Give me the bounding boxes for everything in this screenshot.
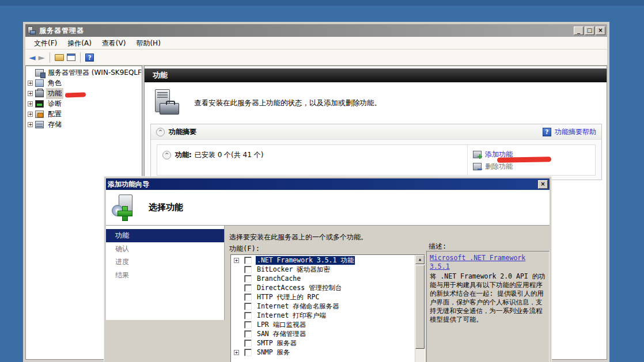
feature-label: DirectAccess 管理控制台: [256, 284, 343, 292]
feature-row[interactable]: BitLocker 驱动器加密: [231, 265, 415, 274]
toolbar-separator: [50, 52, 50, 63]
configuration-icon: [35, 110, 44, 118]
expand-icon[interactable]: +: [28, 122, 33, 127]
expand-icon[interactable]: +: [28, 91, 33, 96]
feature-checkbox[interactable]: [244, 257, 252, 264]
server-manager-icon: [27, 26, 36, 35]
annotation-red-underline-add-features: [497, 157, 551, 163]
dialog-title: 添加功能向导: [108, 180, 537, 189]
add-features-icon: [473, 151, 482, 158]
tree-item-label: 功能: [46, 88, 63, 99]
feature-row[interactable]: BranchCache: [231, 274, 415, 283]
menu-action[interactable]: 操作(A): [62, 37, 97, 49]
feature-checkbox[interactable]: [244, 321, 252, 329]
wizard-step-confirmation[interactable]: 确认: [106, 242, 224, 256]
menu-help[interactable]: 帮助(H): [131, 37, 165, 49]
console-window-icon[interactable]: [67, 54, 75, 61]
feature-row[interactable]: LPR 端口监视器: [231, 320, 415, 329]
collapse-icon[interactable]: ^: [156, 128, 165, 136]
feature-row[interactable]: Internet 打印客户端: [231, 311, 415, 320]
menu-bar: 文件(F) 操作(A) 查看(V) 帮助(H): [25, 37, 607, 49]
dialog-titlebar[interactable]: 添加功能向导 ×: [106, 178, 550, 190]
features-installed-count: 已安装 0 个(共 41 个): [195, 150, 264, 160]
feature-checkbox[interactable]: [244, 349, 252, 356]
titlebar[interactable]: 服务器管理器 _ □ ×: [25, 24, 607, 37]
back-icon[interactable]: ◄: [29, 52, 36, 63]
show-console-tree-icon[interactable]: [55, 54, 64, 61]
feature-label: BranchCache: [256, 275, 302, 283]
tree-item-diagnostics[interactable]: + 诊断: [26, 98, 142, 109]
menu-view[interactable]: 查看(V): [97, 37, 131, 49]
tree-root-server-manager[interactable]: 服务器管理器 (WIN-SK9EQLFGIL: [26, 67, 142, 78]
feature-checkbox[interactable]: [244, 294, 252, 301]
wizard-step-results[interactable]: 结果: [106, 269, 224, 282]
expand-icon[interactable]: +: [28, 112, 33, 117]
tree-item-label: 存储: [46, 119, 63, 130]
menu-file[interactable]: 文件(F): [29, 37, 62, 49]
features-toolbox-icon: [153, 89, 180, 117]
description-text: 将 .NET Framework 2.0 API 的功能与用于构建具有以下功能的…: [430, 272, 546, 324]
feature-checkbox[interactable]: [244, 303, 252, 310]
wizard-step-features[interactable]: 功能: [106, 229, 224, 242]
feature-checkbox[interactable]: [244, 340, 252, 347]
feature-row[interactable]: Internet 存储命名服务器: [231, 302, 415, 311]
desktop-top-strip: [0, 0, 644, 6]
feature-row[interactable]: HTTP 代理上的 RPC: [231, 292, 415, 302]
scrollbar-thumb[interactable]: [415, 265, 425, 349]
description-box: Microsoft .NET Framework 3.5.1 将 .NET Fr…: [426, 251, 550, 362]
forward-icon[interactable]: ►: [39, 52, 46, 63]
close-button[interactable]: ×: [596, 26, 605, 35]
dialog-close-button[interactable]: ×: [538, 180, 548, 189]
feature-checkbox[interactable]: [244, 312, 252, 319]
feature-row[interactable]: DirectAccess 管理控制台: [231, 283, 415, 292]
roles-icon: [35, 79, 44, 87]
feature-checkbox[interactable]: [244, 330, 252, 338]
feature-row[interactable]: SAN 存储管理器: [231, 329, 415, 338]
features-listbox[interactable]: + .NET Framework 3.5.1 功能 BitLocker 驱动器加…: [230, 254, 425, 362]
tree-item-storage[interactable]: + 存储: [26, 119, 142, 129]
expand-icon[interactable]: +: [234, 350, 239, 355]
tree-root-label: 服务器管理器 (WIN-SK9EQLFGIL: [46, 67, 142, 78]
toolbar-separator: [80, 52, 81, 63]
remove-features-link[interactable]: 删除功能: [473, 161, 595, 173]
tree-item-label: 角色: [46, 78, 63, 89]
help-link-label[interactable]: 功能摘要帮助: [555, 127, 596, 137]
features-label: 功能:: [175, 150, 192, 160]
features-icon: [35, 90, 44, 97]
wizard-steps-nav: 功能 确认 进度 结果: [106, 226, 225, 320]
expand-icon[interactable]: +: [28, 81, 33, 86]
feature-label: SNMP 服务: [256, 348, 291, 357]
features-summary-help-link[interactable]: ? 功能摘要帮助: [543, 127, 596, 137]
feature-checkbox[interactable]: [244, 284, 252, 292]
dialog-banner: 选择功能: [106, 190, 550, 226]
feature-checkbox[interactable]: [244, 275, 252, 283]
scrollbar[interactable]: ▲: [415, 255, 425, 362]
help-icon[interactable]: ?: [85, 54, 94, 62]
feature-row[interactable]: + .NET Framework 3.5.1 功能: [231, 256, 415, 265]
description-link[interactable]: Microsoft .NET Framework 3.5.1: [430, 254, 546, 271]
page-title: 功能: [145, 68, 607, 82]
expand-icon[interactable]: +: [234, 258, 239, 263]
tree-item-configuration[interactable]: + 配置: [26, 109, 142, 119]
wizard-step-progress[interactable]: 进度: [106, 256, 224, 269]
add-features-wizard-dialog: 添加功能向导 × 选择功能 功能 确认 进度 结果 选择要安装在此服务器上的一个…: [104, 176, 552, 362]
feature-checkbox[interactable]: [244, 266, 252, 273]
feature-label: LPR 端口监视器: [256, 321, 307, 329]
add-feature-banner-icon: [112, 195, 136, 221]
tree-item-roles[interactable]: + 角色: [26, 78, 142, 88]
scroll-up-icon[interactable]: ▲: [415, 255, 425, 264]
collapse-icon[interactable]: ^: [162, 151, 171, 159]
feature-label: SAN 存储管理器: [256, 330, 307, 338]
storage-icon: [35, 121, 44, 128]
maximize-button[interactable]: □: [585, 26, 594, 35]
feature-row[interactable]: + SNMP 服务: [231, 348, 415, 357]
wizard-page-heading: 选择功能: [149, 202, 183, 213]
wizard-instruction: 选择要安装在此服务器上的一个或多个功能。: [229, 233, 368, 242]
remove-features-label[interactable]: 删除功能: [485, 162, 513, 172]
expand-icon[interactable]: +: [28, 101, 33, 106]
minimize-button[interactable]: _: [574, 26, 584, 35]
toolbar: ◄ ► ?: [25, 49, 607, 66]
tree-item-label: 配置: [46, 109, 63, 120]
feature-label: .NET Framework 3.5.1 功能: [256, 256, 355, 265]
feature-row[interactable]: SMTP 服务器: [231, 338, 415, 348]
